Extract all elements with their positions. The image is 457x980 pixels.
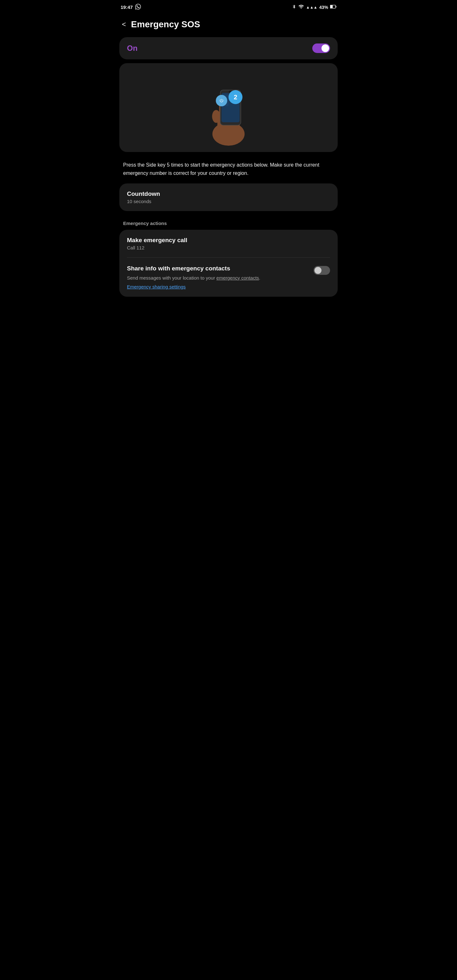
toggle-label: On: [127, 44, 137, 52]
signal-icon: ▲▲▲: [306, 5, 317, 10]
emergency-contacts-link: emergency contacts: [217, 275, 259, 280]
badge-2: 2: [228, 90, 242, 104]
phone-illustration: 2: [197, 70, 260, 146]
emergency-call-title: Make emergency call: [127, 237, 330, 244]
share-info-title: Share info with emergency contacts: [127, 265, 309, 273]
wifi-icon: [298, 4, 304, 11]
share-info-desc: Send messages with your location to your…: [127, 275, 309, 282]
share-info-action: Share info with emergency contacts Send …: [119, 258, 338, 297]
toggle-card: On: [119, 37, 338, 59]
section-label: Emergency actions: [114, 217, 343, 230]
battery-icon: [330, 5, 336, 10]
status-bar: 19:47 ▲▲▲ 43%: [114, 0, 343, 13]
bluetooth-icon: [292, 4, 296, 11]
illustration-card: 2: [119, 63, 338, 152]
description-text: Press the Side key 5 times to start the …: [114, 156, 343, 183]
badge-1: [216, 95, 227, 106]
page-title: Emergency SOS: [131, 19, 200, 30]
share-info-text: Share info with emergency contacts Send …: [127, 265, 309, 290]
status-right: ▲▲▲ 43%: [292, 4, 336, 11]
battery-text: 43%: [319, 5, 328, 10]
whatsapp-icon: [135, 4, 141, 11]
emergency-call-subtitle: Call 112: [127, 245, 330, 250]
status-left: 19:47: [121, 4, 141, 11]
countdown-card[interactable]: Countdown 10 seconds: [119, 183, 338, 211]
header: < Emergency SOS: [114, 13, 343, 37]
emergency-sharing-settings-link[interactable]: Emergency sharing settings: [127, 284, 186, 290]
svg-rect-1: [336, 6, 336, 8]
emergency-call-action[interactable]: Make emergency call Call 112: [119, 230, 338, 258]
actions-card: Make emergency call Call 112 Share info …: [119, 230, 338, 297]
share-info-toggle[interactable]: [314, 266, 330, 275]
countdown-value: 10 seconds: [127, 199, 330, 204]
sos-toggle[interactable]: [312, 43, 330, 53]
countdown-title: Countdown: [127, 191, 330, 197]
back-button[interactable]: <: [122, 20, 126, 29]
svg-rect-2: [330, 5, 333, 8]
status-time: 19:47: [121, 5, 133, 10]
svg-point-8: [212, 110, 220, 123]
